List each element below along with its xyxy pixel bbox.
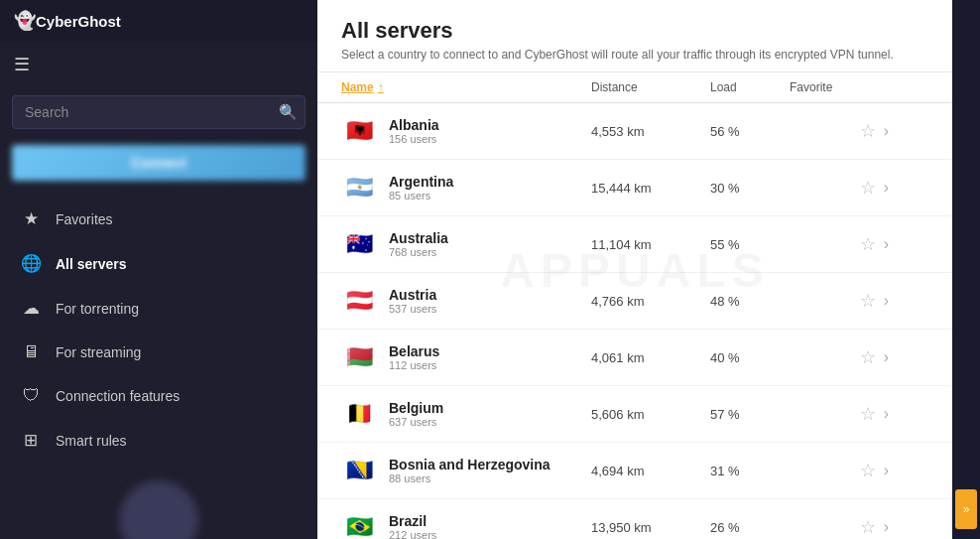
sidebar-item-label: Favorites <box>56 211 113 227</box>
user-count: 112 users <box>389 359 439 371</box>
nav-menu: ★ Favorites 🌐 All servers ☁ For torrenti… <box>0 189 317 471</box>
user-count: 637 users <box>389 416 443 428</box>
monitor-icon: 🖥 <box>20 342 42 362</box>
user-count: 88 users <box>389 472 551 484</box>
sidebar-item-all-servers[interactable]: 🌐 All servers <box>0 241 317 286</box>
expand-button[interactable]: » <box>955 489 977 529</box>
row-chevron-button[interactable]: › <box>884 462 889 479</box>
row-chevron-button[interactable]: › <box>884 122 889 140</box>
table-row[interactable]: 🇦🇱 Albania 156 users 4,553 km 56 % ☆ › <box>317 103 952 160</box>
col-header-name[interactable]: Name ↑ <box>341 80 591 94</box>
connect-button[interactable]: Connect <box>12 145 306 181</box>
sidebar: 👻 CyberGhost ☰ 🔍 Connect ★ Favorites 🌐 A… <box>0 0 317 539</box>
user-count: 85 users <box>389 190 453 202</box>
logo-icon: 👻 <box>14 10 36 32</box>
row-chevron-button[interactable]: › <box>884 348 889 366</box>
action-cell: ☆ › <box>790 401 889 427</box>
country-name: Austria <box>389 287 436 303</box>
hamburger-menu[interactable]: ☰ <box>0 42 317 87</box>
row-chevron-button[interactable]: › <box>884 235 889 253</box>
col-header-distance: Distance <box>591 80 710 94</box>
country-flag: 🇦🇺 <box>341 226 377 262</box>
row-chevron-button[interactable]: › <box>884 405 889 423</box>
table-body: 🇦🇱 Albania 156 users 4,553 km 56 % ☆ › 🇦… <box>317 103 952 539</box>
favorite-button[interactable]: ☆ <box>858 288 878 314</box>
country-name: Belgium <box>389 400 443 416</box>
load-value: 40 % <box>710 350 790 365</box>
load-value: 30 % <box>710 181 790 196</box>
country-flag: 🇧🇪 <box>341 396 377 432</box>
search-input[interactable] <box>12 95 306 129</box>
country-name: Australia <box>389 230 448 246</box>
sidebar-item-connection-features[interactable]: 🛡 Connection features <box>0 374 317 418</box>
sidebar-item-label: For torrenting <box>56 301 139 317</box>
star-icon: ★ <box>20 208 42 229</box>
country-cell: 🇦🇹 Austria 537 users <box>341 283 591 319</box>
sidebar-bottom <box>0 471 317 539</box>
action-cell: ☆ › <box>790 288 889 314</box>
connect-button-area: Connect <box>0 137 317 189</box>
search-icon[interactable]: 🔍 <box>279 103 298 121</box>
distance-value: 4,553 km <box>591 124 710 139</box>
load-value: 48 % <box>710 294 790 309</box>
user-count: 212 users <box>389 529 436 539</box>
page-title: All servers <box>341 18 928 44</box>
sidebar-item-smart-rules[interactable]: ⊞ Smart rules <box>0 418 317 463</box>
country-flag: 🇧🇦 <box>341 453 377 488</box>
sidebar-item-label: All servers <box>56 256 127 272</box>
col-header-action <box>889 80 928 94</box>
sidebar-item-favorites[interactable]: ★ Favorites <box>0 197 317 241</box>
favorite-button[interactable]: ☆ <box>858 231 878 257</box>
table-row[interactable]: 🇧🇾 Belarus 112 users 4,061 km 40 % ☆ › <box>317 330 952 386</box>
table-row[interactable]: 🇦🇹 Austria 537 users 4,766 km 48 % ☆ › <box>317 273 952 330</box>
favorite-button[interactable]: ☆ <box>858 344 878 370</box>
country-cell: 🇧🇪 Belgium 637 users <box>341 396 591 432</box>
favorite-button[interactable]: ☆ <box>858 175 878 201</box>
server-table[interactable]: Name ↑ Distance Load Favorite 🇦🇱 Albania… <box>317 72 952 539</box>
country-cell: 🇧🇷 Brazil 212 users <box>341 509 591 539</box>
table-row[interactable]: 🇦🇷 Argentina 85 users 15,444 km 30 % ☆ › <box>317 160 952 216</box>
distance-value: 13,950 km <box>591 520 710 535</box>
app-name: CyberGhost <box>36 13 121 30</box>
country-flag: 🇦🇱 <box>341 113 377 149</box>
country-flag: 🇦🇹 <box>341 283 377 319</box>
country-info: Austria 537 users <box>389 287 436 315</box>
country-flag: 🇦🇷 <box>341 170 377 205</box>
country-flag: 🇧🇷 <box>341 509 377 539</box>
search-container: 🔍 <box>0 87 317 137</box>
row-chevron-button[interactable]: › <box>884 179 889 197</box>
country-name: Albania <box>389 117 439 133</box>
country-info: Belarus 112 users <box>389 343 439 371</box>
favorite-button[interactable]: ☆ <box>858 401 878 427</box>
sidebar-item-for-torrenting[interactable]: ☁ For torrenting <box>0 286 317 331</box>
table-row[interactable]: 🇦🇺 Australia 768 users 11,104 km 55 % ☆ … <box>317 216 952 273</box>
avatar <box>119 480 198 539</box>
row-chevron-button[interactable]: › <box>884 518 889 536</box>
main-content: All servers Select a country to connect … <box>317 0 952 539</box>
action-cell: ☆ › <box>790 175 889 201</box>
favorite-button[interactable]: ☆ <box>858 458 878 483</box>
action-cell: ☆ › <box>790 231 889 257</box>
logo-bar: 👻 CyberGhost <box>0 0 317 42</box>
favorite-button[interactable]: ☆ <box>858 118 878 144</box>
table-header: Name ↑ Distance Load Favorite <box>317 72 952 103</box>
sidebar-item-for-streaming[interactable]: 🖥 For streaming <box>0 331 317 374</box>
globe-icon: 🌐 <box>20 253 42 274</box>
grid-icon: ⊞ <box>20 430 42 451</box>
country-cell: 🇦🇷 Argentina 85 users <box>341 170 591 205</box>
country-info: Argentina 85 users <box>389 174 453 202</box>
row-chevron-button[interactable]: › <box>884 292 889 310</box>
country-name: Belarus <box>389 343 439 359</box>
favorite-button[interactable]: ☆ <box>858 514 878 539</box>
user-count: 156 users <box>389 133 439 145</box>
table-row[interactable]: 🇧🇦 Bosnia and Herzegovina 88 users 4,694… <box>317 443 952 499</box>
action-cell: ☆ › <box>790 458 889 483</box>
country-name: Brazil <box>389 513 436 529</box>
page-subtitle: Select a country to connect to and Cyber… <box>341 48 928 62</box>
table-row[interactable]: 🇧🇪 Belgium 637 users 5,606 km 57 % ☆ › <box>317 386 952 443</box>
table-row[interactable]: 🇧🇷 Brazil 212 users 13,950 km 26 % ☆ › <box>317 499 952 539</box>
country-info: Brazil 212 users <box>389 513 436 539</box>
action-cell: ☆ › <box>790 344 889 370</box>
country-name: Argentina <box>389 174 453 190</box>
right-panel: » <box>952 0 980 539</box>
